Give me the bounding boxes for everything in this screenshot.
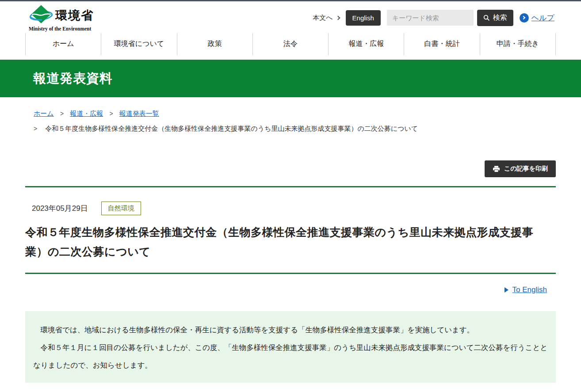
search-box: 検索	[387, 10, 513, 26]
nav-item-whitepaper[interactable]: 白書・統計	[404, 33, 479, 55]
breadcrumb-link-home[interactable]: ホーム	[34, 110, 54, 117]
green-divider-bottom	[25, 273, 556, 274]
site-header: 環境省 Ministry of the Environment 本文へ Engl…	[0, 1, 581, 55]
article-date: 2023年05月29日	[32, 203, 88, 213]
help-circle-chevron-icon	[520, 13, 529, 23]
skip-to-content-link[interactable]: 本文へ	[313, 14, 339, 22]
print-article-button[interactable]: この記事を印刷	[485, 160, 556, 177]
article-summary-box: 環境省では、地域における生物多様性の保全・再生に資する活動等を支援する「生物多様…	[25, 311, 556, 383]
summary-paragraph: 環境省では、地域における生物多様性の保全・再生に資する活動等を支援する「生物多様…	[33, 321, 548, 339]
nav-item-about[interactable]: 環境省について	[101, 33, 176, 55]
to-english-label: To English	[512, 285, 547, 294]
page-title: 報道発表資料	[0, 70, 113, 88]
to-english-link[interactable]: To English	[505, 285, 547, 294]
green-divider-top	[25, 186, 556, 187]
printer-icon	[493, 166, 500, 172]
article-meta: 2023年05月29日 自然環境	[32, 202, 556, 215]
nav-item-policy[interactable]: 政策	[177, 33, 252, 55]
logo-title: 環境省	[55, 8, 94, 23]
nav-item-laws[interactable]: 法令	[252, 33, 328, 55]
chevron-right-icon	[336, 15, 340, 20]
breadcrumb-separator: >	[34, 125, 37, 132]
breadcrumb-current: 令和５年度生物多様性保全推進交付金（生物多様性保全推進支援事業のうち里山未来拠点…	[45, 125, 418, 132]
breadcrumb-separator: >	[60, 110, 64, 117]
category-badge: 自然環境	[101, 202, 141, 215]
page-banner: 報道発表資料	[0, 60, 581, 97]
skip-link-label: 本文へ	[313, 14, 333, 22]
search-button[interactable]: 検索	[477, 10, 513, 26]
triangle-right-icon	[505, 287, 508, 293]
breadcrumb-link-press-list[interactable]: 報道発表一覧	[119, 110, 159, 117]
moe-logo[interactable]: 環境省 Ministry of the Environment	[29, 4, 94, 31]
breadcrumb-separator: >	[109, 110, 113, 117]
help-link[interactable]: ヘルプ	[520, 13, 554, 23]
breadcrumb-current-row: > 令和５年度生物多様性保全推進交付金（生物多様性保全推進支援事業のうち里山未来…	[34, 125, 556, 133]
english-button[interactable]: English	[346, 10, 381, 26]
help-link-label: ヘルプ	[531, 13, 554, 23]
summary-paragraph: 令和５年１月に１回目の公募を行いましたが、この度、「生物多様性保全推進支援事業」…	[33, 339, 548, 374]
article-title: 令和５年度生物多様性保全推進交付金（生物多様性保全推進支援事業のうち里山未来拠点…	[25, 222, 556, 261]
nav-item-press[interactable]: 報道・広報	[328, 33, 404, 55]
breadcrumb-link-press[interactable]: 報道・広報	[70, 110, 103, 117]
global-nav: ホーム 環境省について 政策 法令 報道・広報 白書・統計 申請・手続き	[25, 33, 556, 55]
logo-subtitle: Ministry of the Environment	[29, 26, 94, 31]
moe-logo-icon	[29, 4, 54, 27]
nav-item-home[interactable]: ホーム	[25, 33, 101, 55]
breadcrumb-links-row: ホーム > 報道・広報 > 報道発表一覧	[34, 110, 556, 118]
breadcrumb: ホーム > 報道・広報 > 報道発表一覧 > 令和５年度生物多様性保全推進交付金…	[25, 97, 556, 133]
print-button-label: この記事を印刷	[504, 165, 548, 173]
nav-item-procedures[interactable]: 申請・手続き	[480, 33, 556, 55]
search-button-label: 検索	[493, 13, 507, 23]
search-icon	[483, 15, 490, 21]
search-input[interactable]	[387, 10, 474, 26]
